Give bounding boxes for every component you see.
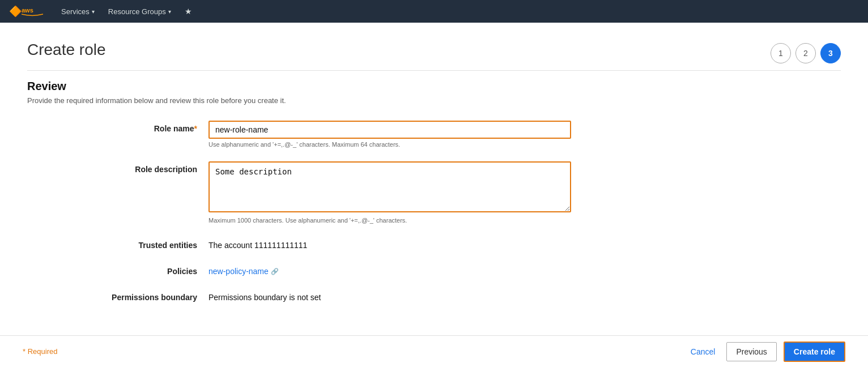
policy-link-text: new-policy-name [209, 267, 269, 276]
step-2-indicator: 2 [795, 43, 816, 63]
step-3-indicator: 3 [820, 43, 841, 63]
role-description-hint: Maximum 1000 characters. Use alphanumeri… [209, 217, 571, 224]
page-title: Create role [27, 41, 106, 59]
review-title: Review [27, 80, 841, 93]
favorites-icon[interactable]: ★ [180, 7, 197, 16]
aws-logo-svg: aws [22, 5, 43, 18]
main-content: Create role 1 2 3 Review Provide the req… [0, 23, 868, 335]
aws-arch-icon: 🔶 [9, 6, 22, 16]
required-star: * [194, 124, 197, 133]
role-name-field: Use alphanumeric and '+=,.@-_' character… [209, 121, 571, 148]
page-header-row: Create role 1 2 3 [27, 41, 841, 63]
step-1-indicator: 1 [771, 43, 791, 63]
create-role-button[interactable]: Create role [784, 342, 845, 362]
services-label: Services [61, 7, 90, 16]
services-chevron-icon: ▾ [92, 8, 95, 15]
role-description-field: Some description Maximum 1000 characters… [209, 161, 571, 224]
external-link-icon: 🔗 [271, 268, 279, 275]
svg-text:aws: aws [22, 7, 33, 14]
footer-actions: Cancel Previous Create role [686, 342, 845, 362]
previous-button[interactable]: Previous [726, 342, 776, 361]
footer: * Required Cancel Previous Create role [0, 335, 868, 367]
required-asterisk: * [23, 347, 25, 356]
policy-link[interactable]: new-policy-name 🔗 [209, 267, 279, 276]
required-label: Required [28, 347, 58, 356]
policies-row: Policies new-policy-name 🔗 [27, 263, 841, 276]
review-subtitle: Provide the required information below a… [27, 96, 841, 105]
role-description-label: Role description [27, 161, 209, 174]
role-name-hint: Use alphanumeric and '+=,.@-_' character… [209, 141, 571, 148]
role-description-input[interactable]: Some description [209, 161, 571, 212]
top-navigation: 🔶 aws Services ▾ Resource Groups ▾ ★ [0, 0, 868, 23]
role-name-input[interactable] [209, 121, 571, 139]
permissions-boundary-value: Permissions boundary is not set [209, 289, 321, 302]
permissions-boundary-row: Permissions boundary Permissions boundar… [27, 289, 841, 302]
cancel-button[interactable]: Cancel [686, 347, 720, 356]
trusted-entities-label: Trusted entities [27, 237, 209, 250]
trusted-entities-value: The account 111111111111 [209, 237, 307, 250]
trusted-entities-row: Trusted entities The account 11111111111… [27, 237, 841, 250]
header-divider [27, 70, 841, 71]
resource-groups-chevron-icon: ▾ [168, 8, 171, 15]
role-description-row: Role description Some description Maximu… [27, 161, 841, 224]
aws-logo[interactable]: 🔶 aws [9, 5, 45, 18]
resource-groups-nav-item[interactable]: Resource Groups ▾ [104, 0, 176, 23]
resource-groups-label: Resource Groups [108, 7, 166, 16]
services-nav-item[interactable]: Services ▾ [57, 0, 99, 23]
step-indicators: 1 2 3 [771, 43, 841, 63]
policies-label: Policies [27, 263, 209, 276]
permissions-boundary-label: Permissions boundary [27, 289, 209, 302]
role-name-row: Role name* Use alphanumeric and '+=,.@-_… [27, 121, 841, 148]
role-name-label: Role name* [27, 121, 209, 133]
footer-required-text: * Required [23, 347, 57, 356]
policies-value: new-policy-name 🔗 [209, 263, 279, 276]
